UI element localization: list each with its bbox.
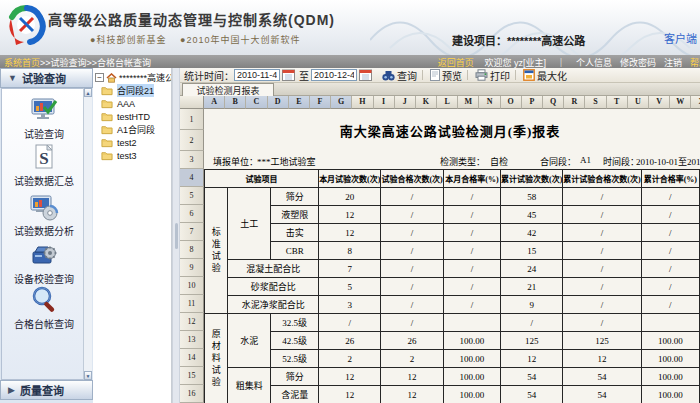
back-home-link[interactable]: 返回首页 (438, 58, 474, 68)
column-header-F[interactable]: F (310, 96, 331, 109)
column-header-X[interactable]: X (691, 96, 700, 109)
report-value-cell[interactable]: 100.00 (443, 386, 500, 403)
row-header-7[interactable]: 7 (180, 223, 204, 241)
report-value-cell[interactable]: 54 (501, 368, 563, 386)
report-value-cell[interactable]: / (641, 278, 699, 296)
column-header-K[interactable]: K (416, 96, 437, 109)
report-value-cell[interactable]: 26 (319, 332, 381, 350)
report-value-cell[interactable]: / (381, 278, 443, 296)
tree-node-5[interactable]: test3 (101, 149, 137, 162)
report-header-0[interactable]: 试验项目 (205, 170, 319, 188)
report-value-cell[interactable]: / (443, 242, 500, 260)
column-header-E[interactable]: E (289, 96, 310, 109)
report-item-cell[interactable]: 筛分 (271, 188, 319, 206)
report-value-cell[interactable]: 125 (563, 332, 641, 350)
print-button[interactable]: 打印 (473, 68, 510, 83)
date-from-input[interactable] (234, 69, 280, 81)
report-item-cell[interactable]: 32.5级 (271, 314, 319, 332)
report-header-4[interactable]: 累计试验次数(次) (501, 170, 563, 188)
tree-node-3[interactable]: A1合同段 (101, 123, 155, 136)
report-value-cell[interactable]: / (443, 260, 500, 278)
report-value-cell[interactable]: / (641, 296, 699, 314)
column-header-S[interactable]: S (585, 96, 606, 109)
report-value-cell[interactable]: / (563, 242, 641, 260)
row-header-2[interactable]: 2 (180, 130, 204, 151)
column-header-I[interactable]: I (374, 96, 395, 109)
column-header-V[interactable]: V (649, 96, 670, 109)
tree-node-2[interactable]: testHTD (101, 110, 150, 123)
report-value-cell[interactable]: 100.00 (443, 332, 500, 350)
report-value-cell[interactable]: 100.00 (443, 368, 500, 386)
report-value-cell[interactable]: / (443, 296, 500, 314)
row-header-4[interactable]: 4 (180, 169, 204, 187)
report-category-cell[interactable]: 粗集料 (228, 368, 271, 403)
report-value-cell[interactable]: 2 (381, 350, 443, 368)
report-value-cell[interactable]: / (443, 206, 500, 224)
column-header-O[interactable]: O (501, 96, 522, 109)
report-value-cell[interactable] (443, 314, 500, 332)
row-header-9[interactable]: 9 (180, 259, 204, 277)
calendar-icon[interactable] (282, 69, 295, 81)
query-button[interactable]: 查询 (380, 68, 417, 83)
report-value-cell[interactable]: 7 (319, 260, 381, 278)
row-header-16[interactable]: 16 (180, 385, 204, 403)
report-group-0[interactable]: 标准试验 (205, 188, 228, 314)
report-value-cell[interactable]: 58 (501, 188, 563, 206)
panel-splitter[interactable] (172, 68, 180, 403)
report-value-cell[interactable]: 12 (563, 350, 641, 368)
tree-root[interactable]: − ********高速公路 (95, 71, 172, 84)
report-category-cell[interactable]: 水泥 (228, 314, 271, 368)
scroll-down-icon[interactable]: ▼ (84, 371, 92, 380)
report-value-cell[interactable]: / (563, 314, 641, 332)
report-header-3[interactable]: 本月合格率(%) (443, 170, 500, 188)
report-value-cell[interactable]: 20 (319, 188, 381, 206)
report-value-cell[interactable]: 54 (563, 386, 641, 403)
tab-test-report[interactable]: 试验检测月报表 (182, 83, 274, 96)
column-header-W[interactable]: W (670, 96, 691, 109)
report-value-cell[interactable]: / (381, 242, 443, 260)
report-value-cell[interactable]: / (641, 206, 699, 224)
sidebar-item-0[interactable]: 试验查询 (4, 95, 84, 141)
report-value-cell[interactable] (641, 314, 699, 332)
report-item-cell[interactable]: 含泥量 (271, 386, 319, 403)
row-header-5[interactable]: 5 (180, 187, 204, 205)
row-header-8[interactable]: 8 (180, 241, 204, 259)
accordion-header-quality-query[interactable]: ▶ 质量查询 (0, 380, 93, 400)
report-value-cell[interactable]: / (563, 206, 641, 224)
tree-collapse-icon[interactable]: − (95, 73, 104, 82)
report-value-cell[interactable]: 45 (501, 206, 563, 224)
column-header-M[interactable]: M (458, 96, 479, 109)
report-value-cell[interactable]: 54 (501, 386, 563, 403)
report-header-1[interactable]: 本月试验次数(次) (319, 170, 381, 188)
report-value-cell[interactable]: / (443, 278, 500, 296)
report-value-cell[interactable]: / (563, 188, 641, 206)
report-value-cell[interactable]: / (641, 260, 699, 278)
report-item-cell[interactable]: CBR (271, 242, 319, 260)
report-item-cell[interactable]: 击实 (271, 224, 319, 242)
report-value-cell[interactable]: 100.00 (641, 368, 699, 386)
report-value-cell[interactable]: / (563, 224, 641, 242)
column-header-G[interactable]: G (331, 96, 352, 109)
sidebar-item-2[interactable]: 试验数据分析 (4, 192, 84, 238)
report-value-cell[interactable]: 100.00 (641, 350, 699, 368)
calendar-icon[interactable] (359, 69, 372, 81)
report-value-cell[interactable]: 9 (501, 296, 563, 314)
report-header-2[interactable]: 试验合格次数(次) (381, 170, 443, 188)
report-value-cell[interactable]: 12 (319, 224, 381, 242)
report-header-5[interactable]: 累计试验合格次数(次) (563, 170, 641, 188)
report-value-cell[interactable]: 3 (319, 296, 381, 314)
accordion-header-test-query[interactable]: ▼ 试验查询 (0, 68, 93, 88)
report-item-cell[interactable]: 42.5级 (271, 332, 319, 350)
report-value-cell[interactable]: / (641, 224, 699, 242)
report-item-cell[interactable]: 混凝土配合比 (228, 260, 319, 278)
preview-button[interactable]: 预览 (428, 68, 462, 83)
report-header-6[interactable]: 累计合格率(%) (641, 170, 699, 188)
report-value-cell[interactable]: / (563, 278, 641, 296)
report-value-cell[interactable]: / (381, 188, 443, 206)
column-header-Q[interactable]: Q (543, 96, 564, 109)
report-value-cell[interactable]: 42 (501, 224, 563, 242)
report-value-cell[interactable]: 26 (381, 332, 443, 350)
column-header-R[interactable]: R (564, 96, 585, 109)
column-header-P[interactable]: P (522, 96, 543, 109)
report-value-cell[interactable]: / (319, 314, 381, 332)
